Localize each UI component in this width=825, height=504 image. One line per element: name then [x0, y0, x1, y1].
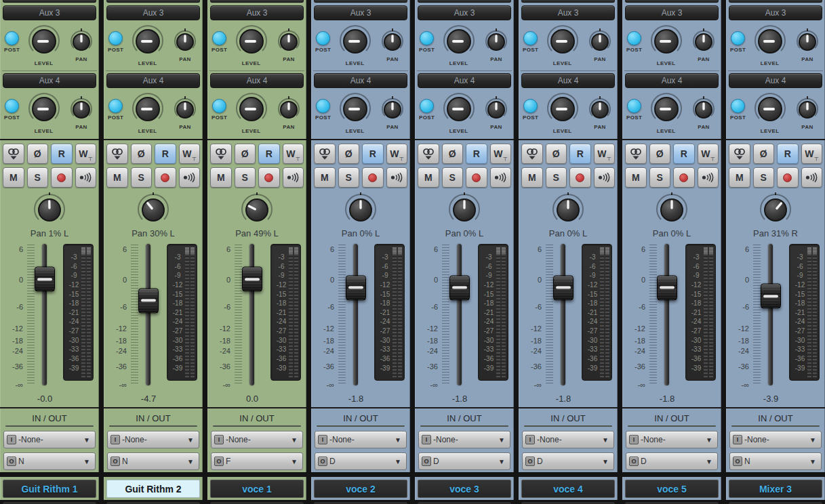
track-name[interactable]: voce 4 — [521, 480, 615, 498]
aux3-send-label[interactable]: Aux 3 — [418, 5, 511, 20]
track-name[interactable]: voce 3 — [418, 480, 511, 498]
record-arm-button[interactable] — [51, 167, 73, 188]
output-select[interactable]: O D ▼ — [315, 453, 407, 470]
solo-button[interactable]: S — [131, 167, 153, 188]
aux4-post-button[interactable] — [523, 99, 538, 113]
aux4-send-label[interactable]: Aux 4 — [106, 73, 200, 88]
input-select[interactable]: I -None- ▼ — [107, 431, 199, 448]
monitor-button[interactable] — [698, 167, 719, 188]
record-arm-button[interactable] — [569, 167, 591, 188]
solo-button[interactable]: S — [753, 167, 775, 188]
record-arm-button[interactable] — [777, 167, 799, 188]
aux3-pan-knob[interactable] — [379, 28, 406, 55]
write-automation-button[interactable]: W┬ — [386, 144, 408, 164]
aux3-level-knob[interactable] — [648, 24, 685, 59]
output-dropdown-arrow-icon[interactable]: ▼ — [600, 458, 611, 465]
pan-knob[interactable] — [136, 192, 171, 227]
pan-knob[interactable] — [32, 192, 67, 227]
routing-button[interactable] — [314, 144, 336, 164]
output-dropdown-arrow-icon[interactable]: ▼ — [807, 458, 818, 465]
solo-button[interactable]: S — [546, 167, 567, 188]
write-automation-button[interactable]: W┬ — [594, 144, 616, 164]
aux3-level-knob[interactable] — [233, 24, 270, 59]
volume-fader[interactable] — [664, 244, 669, 385]
solo-button[interactable]: S — [338, 167, 360, 188]
aux3-pan-knob[interactable] — [172, 28, 199, 55]
input-dropdown-arrow-icon[interactable]: ▼ — [185, 436, 196, 444]
input-dropdown-arrow-icon[interactable]: ▼ — [704, 436, 715, 444]
aux4-send-label[interactable]: Aux 4 — [3, 73, 96, 88]
mute-button[interactable]: M — [729, 167, 750, 188]
aux3-post-button[interactable] — [108, 31, 123, 45]
routing-button[interactable] — [625, 144, 647, 164]
aux3-send-label[interactable]: Aux 3 — [314, 5, 407, 20]
aux4-pan-knob[interactable] — [483, 96, 510, 123]
aux3-post-button[interactable] — [627, 31, 641, 45]
mute-button[interactable]: M — [314, 167, 336, 188]
aux3-pan-knob[interactable] — [586, 28, 613, 55]
read-automation-button[interactable]: R — [362, 144, 384, 164]
aux3-level-knob[interactable] — [337, 24, 374, 59]
monitor-button[interactable] — [179, 167, 201, 188]
output-select[interactable]: O N ▼ — [729, 453, 822, 470]
output-dropdown-arrow-icon[interactable]: ▼ — [185, 458, 196, 465]
aux3-send-label[interactable]: Aux 3 — [106, 5, 200, 20]
routing-button[interactable] — [210, 144, 232, 164]
read-automation-button[interactable]: R — [258, 144, 280, 164]
aux4-level-knob[interactable] — [129, 91, 166, 127]
output-dropdown-arrow-icon[interactable]: ▼ — [496, 458, 507, 465]
track-name[interactable]: voce 2 — [314, 480, 407, 498]
aux4-send-label[interactable]: Aux 4 — [521, 73, 615, 88]
output-dropdown-arrow-icon[interactable]: ▼ — [393, 458, 403, 465]
mute-button[interactable]: M — [521, 167, 543, 188]
input-dropdown-arrow-icon[interactable]: ▼ — [81, 436, 92, 444]
record-arm-button[interactable] — [362, 167, 384, 188]
fader-handle[interactable] — [761, 284, 781, 309]
output-select[interactable]: O D ▼ — [522, 453, 614, 470]
aux3-post-button[interactable] — [731, 31, 745, 45]
monitor-button[interactable] — [490, 167, 512, 188]
aux4-pan-knob[interactable] — [586, 96, 613, 123]
pan-knob[interactable] — [654, 192, 689, 227]
aux4-level-knob[interactable] — [441, 91, 477, 127]
track-name[interactable]: voce 5 — [625, 480, 719, 498]
write-automation-button[interactable]: W┬ — [75, 144, 97, 164]
mute-button[interactable]: M — [625, 167, 647, 188]
input-dropdown-arrow-icon[interactable]: ▼ — [393, 436, 403, 444]
aux4-post-button[interactable] — [316, 99, 330, 113]
input-dropdown-arrow-icon[interactable]: ▼ — [496, 436, 507, 444]
write-automation-button[interactable]: W┬ — [179, 144, 201, 164]
output-dropdown-arrow-icon[interactable]: ▼ — [704, 458, 715, 465]
pan-knob[interactable] — [239, 192, 275, 227]
fader-handle[interactable] — [346, 275, 366, 300]
input-dropdown-arrow-icon[interactable]: ▼ — [289, 436, 300, 444]
solo-button[interactable]: S — [649, 167, 671, 188]
aux4-post-button[interactable] — [5, 99, 19, 113]
monitor-button[interactable] — [594, 167, 616, 188]
track-name[interactable]: Guit Rithm 1 — [3, 480, 96, 498]
aux3-post-button[interactable] — [212, 31, 226, 45]
aux3-send-label[interactable]: Aux 3 — [729, 5, 822, 20]
phase-button[interactable]: Ø — [27, 144, 49, 164]
aux3-level-knob[interactable] — [544, 24, 581, 59]
read-automation-button[interactable]: R — [777, 144, 799, 164]
volume-fader[interactable] — [146, 244, 150, 385]
monitor-button[interactable] — [283, 167, 304, 188]
mute-button[interactable]: M — [418, 167, 439, 188]
routing-button[interactable] — [521, 144, 543, 164]
aux4-pan-knob[interactable] — [794, 96, 821, 123]
volume-fader[interactable] — [42, 244, 47, 385]
aux4-send-label[interactable]: Aux 4 — [729, 73, 822, 88]
aux3-level-knob[interactable] — [129, 24, 166, 59]
aux3-pan-knob[interactable] — [275, 28, 302, 55]
aux3-send-label[interactable]: Aux 3 — [210, 5, 304, 20]
aux4-level-knob[interactable] — [544, 91, 581, 127]
aux4-pan-knob[interactable] — [275, 96, 302, 123]
monitor-button[interactable] — [386, 167, 408, 188]
aux4-post-button[interactable] — [212, 99, 226, 113]
input-dropdown-arrow-icon[interactable]: ▼ — [807, 436, 818, 444]
aux3-pan-knob[interactable] — [483, 28, 510, 55]
aux3-post-button[interactable] — [420, 31, 434, 45]
aux4-level-knob[interactable] — [26, 91, 62, 127]
aux3-pan-knob[interactable] — [690, 28, 717, 55]
